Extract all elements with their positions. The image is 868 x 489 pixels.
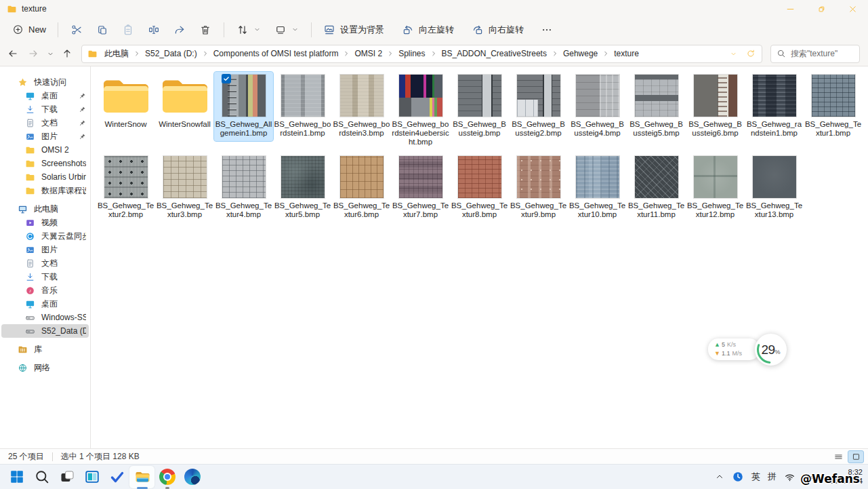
address-dropdown-button[interactable] [725, 46, 741, 61]
new-button[interactable]: New [7, 20, 51, 39]
sidebar-item[interactable]: ♪ 音乐 [1, 283, 89, 297]
up-button[interactable] [58, 45, 76, 62]
rename-button[interactable] [142, 20, 166, 39]
content-pane[interactable]: WinterSnow WinterSnowfallBS_Gehweg_Allge… [91, 66, 868, 448]
sidebar-item[interactable]: 下载 [1, 270, 89, 283]
paste-button[interactable] [116, 20, 140, 39]
delete-button[interactable] [193, 20, 218, 39]
file-tile[interactable]: BS_Gehweg_randstein1.bmp [745, 72, 804, 141]
file-tile[interactable]: BS_Gehweg_Textur10.bmp [568, 153, 627, 222]
folder-tile[interactable]: WinterSnow [96, 72, 155, 132]
details-view-button[interactable] [830, 450, 846, 463]
breadcrumb-item[interactable]: BS_ADDON_CreativeStreets [438, 47, 551, 60]
sidebar-item[interactable]: 此电脑 [1, 202, 89, 216]
file-tile[interactable]: BS_Gehweg_bordstein1.bmp [273, 72, 332, 141]
rotate-left-button[interactable]: 向左旋转 [396, 20, 459, 39]
sidebar-item[interactable]: 桌面 [1, 297, 89, 311]
minimize-button[interactable] [774, 0, 806, 18]
sort-dropdown-button[interactable] [230, 20, 267, 39]
sidebar-item[interactable]: 数据库课程设计 [1, 184, 89, 197]
sidebar-item[interactable]: 视频 [1, 216, 89, 229]
sidebar-item[interactable]: Screenshots [1, 157, 89, 170]
usage-circle[interactable]: 29 % [755, 334, 787, 366]
copy-button[interactable] [90, 20, 115, 39]
breadcrumb-item[interactable]: 此电脑 [100, 46, 133, 62]
file-tile[interactable]: BS_Gehweg_Textur8.bmp [450, 153, 509, 222]
file-tile[interactable]: BS_Gehweg_Textur2.bmp [96, 153, 155, 222]
start-taskbar-icon[interactable] [4, 466, 29, 488]
file-tile[interactable]: BS_Gehweg_Textur1.bmp [804, 72, 863, 141]
search-taskbar-icon[interactable] [29, 466, 54, 488]
file-tile[interactable]: BS_Gehweg_Textur3.bmp [155, 153, 214, 222]
selected-checkbox-icon[interactable] [222, 74, 231, 83]
address-box[interactable]: 此电脑S52_Data (D:)Components of OMSI test … [81, 45, 762, 63]
file-name: BS_Gehweg_Textur2.bmp [97, 201, 154, 219]
rotate-right-button[interactable]: 向右旋转 [466, 20, 529, 39]
file-tile[interactable]: BS_Gehweg_Textur13.bmp [745, 153, 804, 222]
sidebar-item[interactable]: 下载 [1, 102, 89, 116]
file-thumbnail [812, 75, 855, 117]
sidebar-item[interactable]: 库 [1, 343, 89, 356]
net-speed-monitor-widget[interactable]: ▲ 5 K/s ▼ 1.1 M/s 29 % [708, 334, 787, 368]
file-tile[interactable]: BS_Gehweg_Bussteig.bmp [450, 72, 509, 141]
refresh-button[interactable] [743, 46, 759, 61]
file-tile[interactable]: BS_Gehweg_Bussteig2.bmp [509, 72, 568, 141]
sidebar-item[interactable]: 快速访问 [1, 75, 89, 89]
file-tile[interactable]: BS_Gehweg_bordstein3.bmp [332, 72, 391, 141]
large-icons-view-button[interactable] [848, 450, 864, 463]
close-button[interactable] [837, 0, 868, 18]
file-tile[interactable]: BS_Gehweg_Allgemein1.bmp [214, 72, 273, 141]
breadcrumb-item[interactable]: Splines [394, 47, 429, 60]
edge-taskbar-icon[interactable] [180, 466, 205, 488]
sidebar-item[interactable]: 桌面 [1, 89, 89, 102]
boards-taskbar-icon[interactable] [79, 466, 104, 488]
wallpaper-button[interactable]: 设置为背景 [318, 20, 390, 39]
sidebar-item[interactable]: 图片 [1, 130, 89, 143]
file-tile[interactable]: BS_Gehweg_bordstein4uebersicht.bmp [391, 72, 450, 150]
recent-locations-button[interactable] [45, 45, 56, 62]
breadcrumb-item[interactable]: Components of OMSI test platform [209, 47, 343, 60]
tray-expand-icon[interactable] [715, 472, 724, 482]
explorer-taskbar-icon[interactable] [129, 466, 154, 488]
sidebar-item[interactable]: 文档 [1, 116, 89, 130]
clock-app-tray-icon[interactable] [732, 471, 744, 483]
file-tile[interactable]: BS_Gehweg_Bussteig6.bmp [686, 72, 745, 141]
folder-tile[interactable]: WinterSnowfall [155, 72, 214, 132]
file-tile[interactable]: BS_Gehweg_Textur5.bmp [273, 153, 332, 222]
chrome-taskbar-icon[interactable] [154, 466, 180, 488]
ime-mode-indicator[interactable]: 拼 [768, 471, 777, 483]
share-button[interactable] [167, 20, 192, 39]
sidebar-item[interactable]: 网络 [1, 361, 89, 374]
restore-button[interactable] [806, 0, 837, 18]
sidebar-item[interactable]: OMSI 2 [1, 143, 89, 157]
view-dropdown-button[interactable] [268, 20, 305, 39]
breadcrumb-item[interactable]: S52_Data (D:) [141, 47, 201, 60]
breadcrumb-item[interactable]: texture [610, 47, 643, 60]
todo-taskbar-icon[interactable] [104, 466, 129, 488]
search-box[interactable]: 搜索"texture" [770, 45, 860, 63]
sidebar-item[interactable]: 文档 [1, 256, 89, 270]
titlebar: texture [0, 0, 868, 18]
sidebar-item[interactable]: S52_Data (D:) [1, 324, 89, 338]
file-tile[interactable]: BS_Gehweg_Textur6.bmp [332, 153, 391, 222]
sidebar-item[interactable]: 天翼云盘同步盘 [1, 229, 89, 243]
file-tile[interactable]: BS_Gehweg_Bussteig5.bmp [627, 72, 686, 141]
file-tile[interactable]: BS_Gehweg_Textur7.bmp [391, 153, 450, 222]
breadcrumb-item[interactable]: Gehwege [559, 47, 602, 60]
sidebar-item[interactable]: Windows-SSD (C:) [1, 311, 89, 324]
file-tile[interactable]: BS_Gehweg_Textur11.bmp [627, 153, 686, 222]
sidebar-item[interactable]: 图片 [1, 243, 89, 256]
cut-button[interactable] [64, 20, 89, 39]
sidebar-item[interactable]: Solaris Urbino PL [1, 170, 89, 184]
ime-language-indicator[interactable]: 英 [751, 471, 760, 483]
forward-button[interactable] [24, 45, 42, 62]
taskview-taskbar-icon[interactable] [54, 466, 79, 488]
more-options-button[interactable] [535, 20, 559, 39]
back-button[interactable] [4, 45, 22, 62]
file-tile[interactable]: BS_Gehweg_Textur4.bmp [214, 153, 273, 222]
file-tile[interactable]: BS_Gehweg_Bussteig4.bmp [568, 72, 627, 141]
breadcrumb-item[interactable]: OMSI 2 [350, 47, 386, 60]
sort-icon [236, 24, 249, 36]
file-tile[interactable]: BS_Gehweg_Textur12.bmp [686, 153, 745, 222]
file-tile[interactable]: BS_Gehweg_Textur9.bmp [509, 153, 568, 222]
